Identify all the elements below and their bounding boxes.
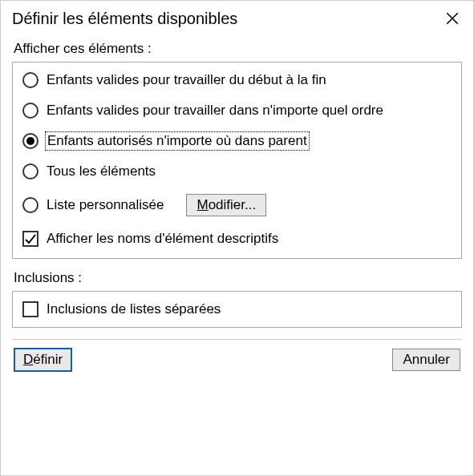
dialog-body: Afficher ces éléments : Enfants valides …: [1, 39, 473, 383]
checkbox-icon: [22, 301, 38, 317]
inclusions-label: Inclusions :: [14, 270, 462, 286]
radio-valid-any-order[interactable]: Enfants valides pour travailler dans n'i…: [22, 103, 452, 119]
radio-allowed-anywhere[interactable]: Enfants autorisés n'importe où dans pare…: [22, 133, 452, 149]
dialog-define-available-elements: Définir les éléments disponibles Affiche…: [0, 0, 474, 476]
radio-icon: [22, 197, 38, 213]
radio-icon: [22, 133, 38, 149]
checkbox-label: Afficher les noms d'élément descriptifs: [47, 231, 278, 247]
radio-icon: [22, 163, 38, 180]
radio-valid-start-to-end[interactable]: Enfants valides pour travailler du début…: [22, 72, 452, 88]
checkbox-icon: [22, 231, 38, 247]
cancel-button[interactable]: Annuler: [392, 349, 460, 371]
define-button[interactable]: Définir: [14, 348, 72, 372]
checkbox-label: Inclusions de listes séparées: [47, 301, 221, 317]
show-elements-group: Enfants valides pour travailler du début…: [12, 62, 462, 259]
close-button[interactable]: [441, 7, 464, 30]
dialog-title: Définir les éléments disponibles: [12, 10, 237, 28]
close-icon: [445, 11, 460, 26]
radio-label: Tous les éléments: [47, 163, 156, 180]
modify-button[interactable]: Modifier...: [186, 194, 266, 216]
radio-label: Enfants valides pour travailler dans n'i…: [47, 103, 383, 119]
checkbox-descriptive-names[interactable]: Afficher les noms d'élément descriptifs: [22, 231, 452, 247]
radio-icon: [22, 72, 38, 88]
checkbox-separate-list-inclusions[interactable]: Inclusions de listes séparées: [22, 301, 452, 317]
radio-custom-list[interactable]: Liste personnalisée: [22, 197, 164, 213]
inclusions-group: Inclusions de listes séparées: [12, 291, 462, 328]
radio-custom-list-row: Liste personnalisée Modifier...: [22, 194, 452, 216]
titlebar: Définir les éléments disponibles: [1, 1, 473, 39]
radio-all-elements[interactable]: Tous les éléments: [22, 163, 452, 180]
dialog-footer: Définir Annuler: [12, 348, 462, 372]
radio-icon: [22, 103, 38, 119]
separator: [12, 339, 462, 340]
radio-label: Enfants valides pour travailler du début…: [47, 72, 326, 88]
radio-label: Liste personnalisée: [47, 197, 164, 213]
radio-label: Enfants autorisés n'importe où dans pare…: [47, 133, 308, 149]
show-elements-label: Afficher ces éléments :: [14, 41, 462, 57]
